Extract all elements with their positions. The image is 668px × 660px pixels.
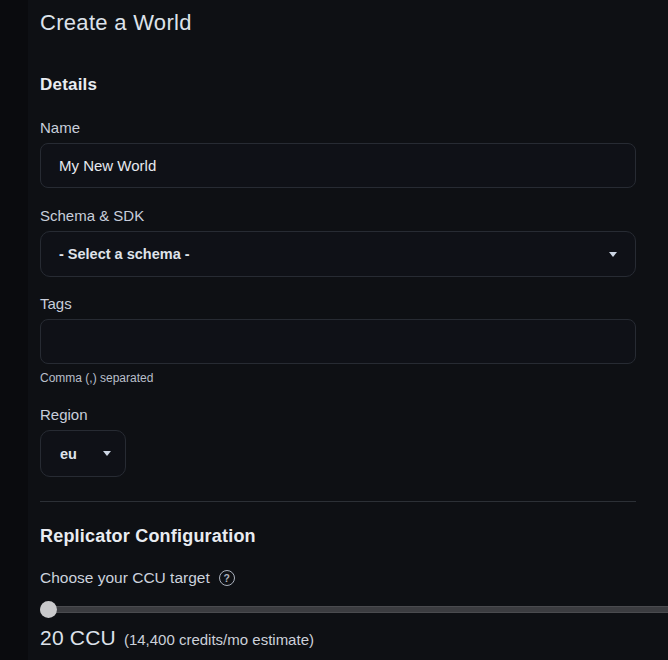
page-title: Create a World <box>40 10 636 36</box>
create-world-page: { "colors": { "page_bg": "#0a0b0e", "pan… <box>0 0 668 660</box>
tags-field-wrap <box>40 319 636 364</box>
ccu-slider[interactable] <box>40 600 668 618</box>
ccu-target-label-row: Choose your CCU target ? <box>40 569 636 587</box>
name-input[interactable] <box>40 143 636 188</box>
ccu-slider-track[interactable] <box>40 606 668 613</box>
section-divider <box>40 501 636 502</box>
schema-select[interactable]: - Select a schema - <box>40 231 636 277</box>
details-section-heading: Details <box>40 75 636 95</box>
region-select-value: eu <box>60 446 77 462</box>
name-label: Name <box>40 119 636 136</box>
chevron-down-icon <box>103 451 111 456</box>
tags-label: Tags <box>40 295 636 312</box>
ccu-slider-thumb[interactable] <box>40 601 57 618</box>
region-label: Region <box>40 406 636 423</box>
ccu-value-text: 20 CCU <box>40 626 116 650</box>
ccu-estimate-text: (14,400 credits/mo estimate) <box>124 631 314 648</box>
name-field-wrap <box>40 143 636 188</box>
create-world-panel: Create a World Details Name Schema & SDK… <box>28 0 668 660</box>
schema-sdk-label: Schema & SDK <box>40 207 636 224</box>
help-icon[interactable]: ? <box>219 570 235 586</box>
replicator-section-heading: Replicator Configuration <box>40 526 636 547</box>
ccu-value-row: 20 CCU (14,400 credits/mo estimate) <box>40 626 636 650</box>
schema-select-value: - Select a schema - <box>59 246 190 262</box>
tags-input[interactable] <box>40 319 636 364</box>
ccu-target-label: Choose your CCU target <box>40 569 210 587</box>
tags-hint: Comma (,) separated <box>40 371 636 385</box>
chevron-down-icon <box>609 252 617 257</box>
region-select[interactable]: eu <box>40 430 126 477</box>
